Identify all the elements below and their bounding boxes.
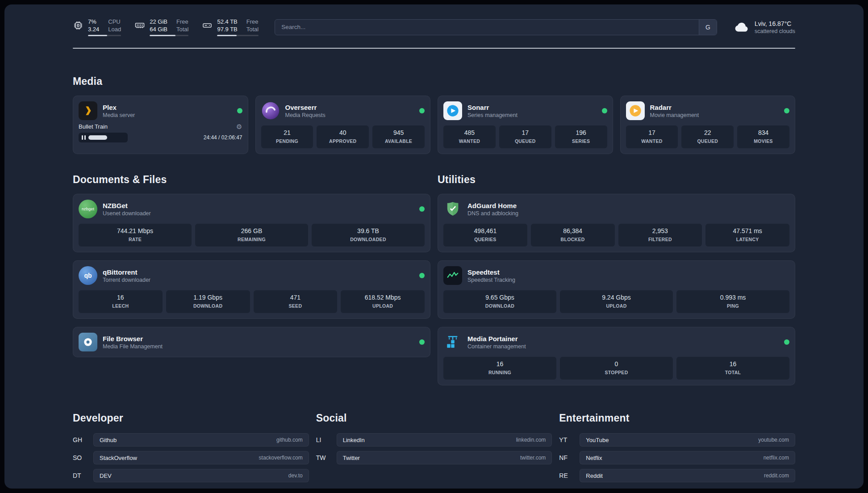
app-title: AdGuard Home	[467, 201, 518, 210]
system-stats: 7% 3.24 CPU Load	[73, 18, 259, 36]
stat-label: MOVIES	[739, 138, 788, 144]
bookmark-github[interactable]: GH Github github.com	[73, 433, 309, 447]
nzbget-card: nzbget NZBGet Usenet downloader 744.21 M…	[73, 194, 430, 252]
stat-tile: 21 PENDING	[261, 125, 313, 148]
nzbget-app-link[interactable]: nzbget NZBGet Usenet downloader	[79, 200, 425, 218]
entertainment-bookmarks: Entertainment YT YouTube youtube.com NF …	[559, 412, 795, 487]
bookmark-netflix[interactable]: NF Netflix netflix.com	[559, 451, 795, 464]
bookmark-linkedin[interactable]: LI LinkedIn linkedin.com	[316, 433, 552, 447]
portainer-app-link[interactable]: Media Portainer Container management	[443, 333, 789, 351]
memory-total-label: Total	[176, 25, 188, 33]
radarr-card: Radarr Movie management 17 WANTED 22 QUE…	[620, 96, 796, 154]
stat-value: 22	[683, 129, 732, 137]
stat-value: 485	[445, 129, 494, 137]
search-provider-button[interactable]: G	[699, 20, 717, 35]
nzbget-icon-text: nzbget	[82, 207, 94, 211]
stat-tile: 0.993 ms PING	[676, 290, 789, 313]
stat-label: DOWNLOAD	[168, 303, 248, 309]
utilities-section: Utilities AdGuard Home	[438, 174, 795, 385]
sonarr-icon	[443, 101, 462, 120]
stat-tile: 39.6 TB DOWNLOADED	[312, 224, 425, 246]
status-dot	[237, 108, 242, 113]
bookmark-abbr: TW	[316, 454, 337, 461]
filebrowser-card: File Browser Media File Management	[73, 327, 430, 357]
memory-usage-bar	[150, 35, 188, 36]
weather-widget[interactable]: Lviv, 16.87°C scattered clouds	[733, 20, 795, 35]
stat-value: 945	[374, 129, 423, 137]
qbittorrent-icon-text: qb	[84, 272, 92, 279]
stat-tile: 618.52 Mbps UPLOAD	[341, 290, 425, 313]
status-dot	[602, 108, 607, 113]
stat-tile: 9.65 Gbps DOWNLOAD	[443, 290, 556, 313]
qbittorrent-app-link[interactable]: qb qBittorrent Torrent downloader	[79, 266, 425, 285]
stat-value: 16	[80, 294, 161, 301]
overseerr-app-link[interactable]: Overseerr Media Requests	[261, 101, 425, 120]
disk-usage-bar	[217, 35, 259, 36]
bookmark-name: YouTube	[586, 437, 609, 443]
bookmark-domain: dev.to	[288, 472, 303, 479]
filebrowser-app-link[interactable]: File Browser Media File Management	[79, 333, 425, 351]
settings-gear-icon[interactable]: ⚙	[236, 123, 242, 130]
app-title: Sonarr	[467, 103, 517, 112]
portainer-icon	[443, 333, 462, 351]
bookmark-dev[interactable]: DT DEV dev.to	[73, 469, 309, 482]
bookmark-abbr: LI	[316, 436, 337, 443]
stat-label: PING	[678, 303, 788, 309]
bookmark-youtube[interactable]: YT YouTube youtube.com	[559, 433, 795, 447]
stat-value: 498,461	[445, 227, 526, 235]
stat-tile: 834 MOVIES	[737, 125, 789, 148]
playback-progress-bar[interactable]	[79, 133, 128, 142]
stat-tile: 485 WANTED	[443, 125, 496, 148]
bookmark-twitter[interactable]: TW Twitter twitter.com	[316, 451, 552, 464]
bookmark-stackoverflow[interactable]: SO StackOverflow stackoverflow.com	[73, 451, 309, 464]
plex-app-link[interactable]: Plex Media server	[79, 101, 242, 120]
bookmark-abbr: SO	[73, 454, 93, 461]
progress-fill	[88, 135, 107, 140]
search-input[interactable]	[275, 20, 699, 35]
stat-label: TOTAL	[678, 369, 788, 376]
speedtest-card: Speedtest Speedtest Tracking 9.65 Gbps D…	[438, 260, 795, 319]
stat-tile: 498,461 QUERIES	[443, 224, 527, 246]
sonarr-app-link[interactable]: Sonarr Series management	[443, 101, 607, 120]
memory-total: 64 GiB	[150, 25, 167, 33]
stat-label: STOPPED	[562, 369, 671, 376]
stat-tile: 22 QUEUED	[681, 125, 734, 148]
filebrowser-icon	[79, 333, 97, 351]
radarr-app-link[interactable]: Radarr Movie management	[626, 101, 790, 120]
stat-value: 196	[557, 129, 605, 137]
social-bookmarks: Social LI LinkedIn linkedin.com TW Twitt…	[316, 412, 552, 469]
disk-free-label: Free	[246, 18, 259, 25]
radarr-icon	[626, 101, 645, 120]
app-title: NZBGet	[103, 201, 151, 210]
top-bar: 7% 3.24 CPU Load	[73, 18, 795, 36]
stat-tile: 16 RUNNING	[443, 357, 556, 380]
bookmark-abbr: RE	[559, 472, 580, 479]
portainer-card: Media Portainer Container management 16 …	[438, 327, 795, 385]
app-subtitle: Movie management	[650, 112, 699, 119]
stat-label: UPLOAD	[562, 303, 671, 309]
media-heading: Media	[73, 75, 795, 88]
cpu-percent: 7%	[88, 18, 99, 25]
app-title: Radarr	[650, 103, 699, 112]
stat-value: 16	[445, 360, 555, 368]
stat-tile: 945 AVAILABLE	[372, 125, 425, 148]
stat-tile: 2,953 FILTERED	[618, 224, 702, 246]
stat-tile: 17 QUEUED	[499, 125, 551, 148]
stat-value: 21	[263, 129, 312, 137]
bookmark-name: StackOverflow	[100, 455, 137, 461]
stat-value: 0.993 ms	[678, 294, 788, 301]
speedtest-app-link[interactable]: Speedtest Speedtest Tracking	[443, 266, 789, 285]
stat-value: 834	[739, 129, 788, 137]
app-subtitle: Usenet downloader	[103, 210, 151, 217]
stat-tile: 16 TOTAL	[676, 357, 789, 380]
stat-value: 744.21 Mbps	[80, 227, 190, 235]
stat-tile: 9.24 Gbps UPLOAD	[560, 290, 673, 313]
documents-heading: Documents & Files	[73, 174, 430, 186]
disk-free: 52.4 TB	[217, 18, 237, 25]
status-dot	[419, 339, 425, 345]
bookmark-reddit[interactable]: RE Reddit reddit.com	[559, 469, 795, 482]
cpu-load: 3.24	[88, 25, 99, 33]
adguard-app-link[interactable]: AdGuard Home DNS and adblocking	[443, 200, 789, 218]
stat-label: SERIES	[557, 138, 605, 144]
bookmark-domain: linkedin.com	[516, 437, 546, 443]
